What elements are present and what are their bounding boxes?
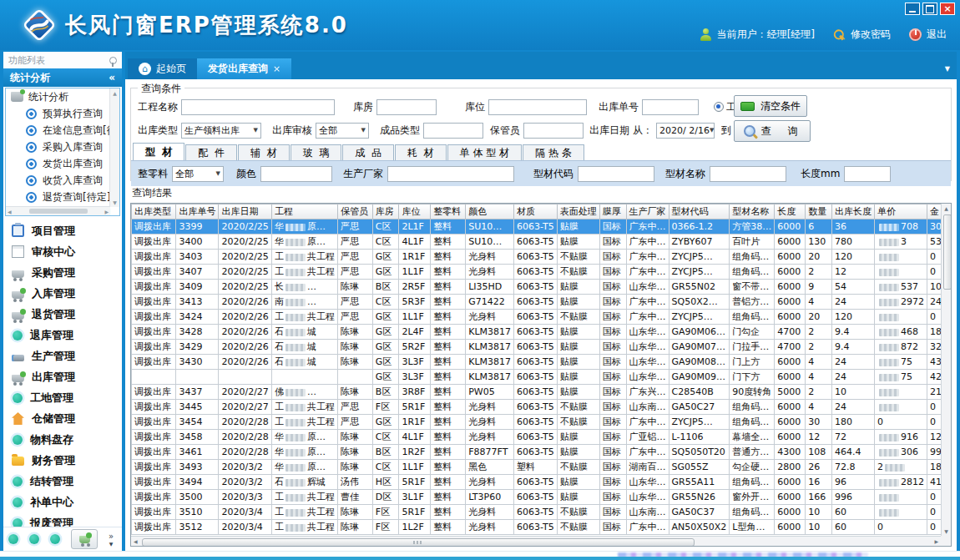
dot-icon[interactable] [29, 534, 39, 544]
scroll-right-icon[interactable]: ▶ [934, 538, 938, 544]
whole-piece-select[interactable]: 全部▼ [172, 166, 224, 182]
sidebar-menu-item[interactable]: 财务管理 [12, 450, 122, 471]
table-row[interactable]: 调拨出库34072020/2/25工共工程严思G区1L1F整料光身料6063-T… [132, 265, 951, 280]
length-input[interactable] [844, 166, 891, 182]
column-header[interactable]: 出库单号 [176, 204, 219, 219]
sidebar-menu-item[interactable]: 仓储管理 [12, 408, 122, 429]
table-row[interactable]: 调拨出库34612020/2/28华原…陈琳B区1R2F整料F8877FT606… [132, 445, 951, 460]
sidebar-menu-item[interactable]: 审核中心 [12, 241, 122, 262]
scroll-left-icon[interactable]: ◀ [8, 209, 12, 214]
table-row[interactable]: 调拨出库34132020/2/26南…严思C区5R3F整料G714226063-… [132, 295, 951, 310]
column-header[interactable]: 单价 [874, 204, 927, 219]
pin-icon[interactable] [109, 57, 117, 64]
dot-icon[interactable] [8, 534, 18, 544]
column-header[interactable]: 数量 [806, 204, 832, 219]
scroll-thumb[interactable] [29, 209, 88, 214]
profile-code-input[interactable] [578, 166, 654, 182]
column-header[interactable]: 整零料 [431, 204, 466, 219]
column-header[interactable]: 出库类型 [132, 204, 176, 219]
tree-item[interactable]: 采购入库查询 [6, 139, 119, 155]
table-row[interactable]: 调拨出库34372020/2/27佛…陈琳B区3R8F整料PW056063-T5… [132, 385, 951, 400]
sidebar-menu-item[interactable]: 退库管理 [12, 325, 122, 346]
close-button[interactable]: × [940, 3, 955, 15]
search-button[interactable]: 查 询 [734, 120, 811, 142]
product-type-input[interactable] [423, 123, 483, 139]
table-row[interactable]: 调拨出库34452020/2/27工共工程严思F区5R1F整料光身料6063-T… [132, 400, 951, 415]
table-row[interactable]: 调拨出库34302020/2/26石城陈琳G区3L3F整料KLM38176063… [132, 355, 951, 370]
column-header[interactable]: 库位 [399, 204, 431, 219]
table-row[interactable]: 调拨出库33992020/2/25华原…严思C区2L1F整料SU10…6063-… [132, 219, 951, 235]
sidebar-menu-item[interactable]: 结转管理 [12, 471, 122, 492]
sidebar-menu-item[interactable]: 报废管理 [12, 512, 122, 527]
sidebar-menu-item[interactable]: 采购管理 [12, 262, 122, 283]
sidebar-menu-item[interactable]: 入库管理 [12, 283, 122, 304]
table-row[interactable]: 调拨出库34292020/2/26石城陈琳G区5R2F整料KLM38176063… [132, 340, 951, 355]
order-no-input[interactable] [642, 99, 699, 115]
audit-select[interactable]: 全部▼ [316, 123, 369, 139]
overflow-button[interactable]: » ▼ [109, 532, 114, 547]
column-header[interactable]: 颜色 [466, 204, 514, 219]
table-row[interactable]: 调拨出库34932020/3/2华原…陈琳C区1L1F整料黑色塑料不贴膜国标湖南… [132, 460, 951, 475]
grid-vertical-scrollbar[interactable]: ▲ ▼ [941, 204, 951, 536]
sidebar-section-bar[interactable]: 统计分析 « [3, 68, 122, 87]
tree-item[interactable]: 预算执行查询 [6, 105, 119, 122]
dot-icon[interactable] [50, 534, 60, 544]
statistics-shortcut-button[interactable] [71, 529, 98, 549]
scroll-right-icon[interactable]: ▶ [104, 209, 109, 214]
material-tab[interactable]: 耗 材 [395, 144, 447, 160]
table-row[interactable]: 调拨出库34002020/2/25华原…严思C区4L1F整料SU10…6063-… [132, 235, 951, 250]
material-tab[interactable]: 辅 材 [238, 144, 290, 160]
table-row[interactable]: 调拨出库34092020/2/25长…陈琳B区2R5F整料LI35HD6063-… [132, 280, 951, 295]
date-from-picker[interactable]: 2020/ 2/16▼ [656, 123, 715, 139]
scroll-up-icon[interactable]: ▲ [113, 90, 117, 96]
table-row[interactable]: 调拨出库35122020/3/4工共工程陈琳F区1L2F整料光身料6063-T5… [132, 520, 951, 535]
column-header[interactable]: 出库日期 [219, 204, 271, 219]
tab-shipment-query[interactable]: 发货出库查询 × [197, 58, 291, 79]
maximize-button[interactable] [922, 3, 937, 15]
table-row[interactable]: G区3L3F整料KLM38176063-T5贴膜国标山东华…GA90M09…门下… [132, 370, 951, 385]
tree-item[interactable]: 发货出库查询 [6, 155, 119, 172]
tree-vertical-scrollbar[interactable]: ▲ ▼ [109, 88, 119, 207]
out-type-select[interactable]: 生产领料出库▼ [181, 123, 261, 139]
tab-home[interactable]: ⌂ 起始页 [128, 58, 197, 79]
tree-horizontal-scrollbar[interactable]: ◀ ▶ [6, 206, 110, 215]
collapse-icon[interactable]: « [109, 72, 115, 83]
column-header[interactable]: 库房 [372, 204, 399, 219]
tab-list-chevron-icon[interactable]: ▼ [945, 65, 950, 73]
scroll-down-icon[interactable]: ▼ [944, 528, 948, 534]
grid-horizontal-scrollbar[interactable]: ◀ ▶ [131, 536, 941, 546]
sidebar-menu-item[interactable]: 退货管理 [12, 304, 122, 325]
table-row[interactable]: 调拨出库34542020/2/28工共工程严思G区1R1F整料光身料6063-T… [132, 415, 951, 430]
sidebar-menu-item[interactable]: 出库管理 [12, 366, 122, 387]
table-row[interactable]: 调拨出库34282020/2/26石城陈琳G区2L4F整料KLM38176063… [132, 325, 951, 340]
tree-item[interactable]: 收货入库查询 [6, 172, 119, 189]
scroll-up-icon[interactable]: ▲ [944, 205, 948, 211]
column-header[interactable]: 保管员 [337, 204, 372, 219]
material-tab[interactable]: 玻 璃 [291, 144, 342, 160]
table-row[interactable]: 调拨出库34942020/3/2石辉城汤伟H区5R1F整料光身料6063-T5贴… [132, 475, 951, 490]
tree-item[interactable]: 在途信息查询[待 [6, 122, 119, 139]
column-header[interactable]: 长度 [775, 204, 806, 219]
tab-close-icon[interactable]: × [273, 63, 280, 74]
scroll-thumb[interactable] [943, 214, 952, 290]
warehouse-input[interactable] [376, 99, 437, 115]
sidebar-menu-item[interactable]: 项目管理 [12, 220, 122, 241]
table-row[interactable]: 调拨出库34582020/2/28华原…陈琳C区4L1F整料光身料6063-T5… [132, 430, 951, 445]
sidebar-menu-item[interactable]: 工地管理 [12, 387, 122, 408]
tree-root[interactable]: 统计分析 [6, 88, 119, 105]
scroll-thumb[interactable] [142, 538, 695, 547]
column-header[interactable]: 表面处理 [557, 204, 599, 219]
sidebar-menu-item[interactable]: 物料盘存 [12, 429, 122, 450]
scroll-down-icon[interactable]: ▼ [113, 199, 117, 205]
tree-item[interactable]: 退货查询[待定] [6, 189, 119, 205]
clear-conditions-button[interactable]: 清空条件 [734, 95, 807, 117]
sidebar-menu-item[interactable]: 生产管理 [12, 346, 122, 366]
change-password-button[interactable]: 修改密码 [833, 28, 891, 42]
location-input[interactable] [488, 99, 587, 115]
material-tab[interactable]: 型 材 [133, 143, 184, 160]
table-row[interactable]: 调拨出库35002020/3/3工共工程曹佳D区3L1F整料LT3P606063… [132, 490, 951, 505]
material-tab[interactable]: 隔 热 条 [523, 144, 584, 160]
column-header[interactable]: 膜厚 [599, 204, 626, 219]
project-name-input[interactable] [181, 99, 335, 115]
material-tab[interactable]: 配 件 [185, 144, 237, 160]
